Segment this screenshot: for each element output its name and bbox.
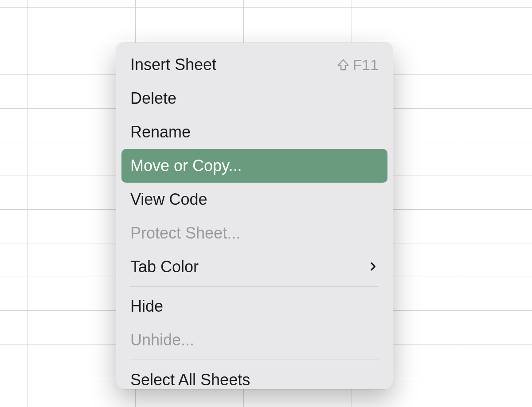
menu-move-or-copy[interactable]: Move or Copy... — [121, 149, 387, 183]
menu-item-label: Delete — [130, 89, 176, 108]
menu-item-label: Unhide... — [130, 331, 194, 349]
menu-item-label: Move or Copy... — [130, 157, 242, 175]
sheet-context-menu: Insert Sheet F11 Delete Rename Move or C… — [116, 43, 393, 389]
menu-item-label: Tab Color — [130, 258, 199, 276]
menu-item-label: Select All Sheets — [130, 371, 250, 389]
menu-item-label: Rename — [130, 123, 191, 141]
menu-item-label: Protect Sheet... — [130, 224, 240, 243]
menu-view-code[interactable]: View Code — [116, 183, 393, 216]
menu-item-label: View Code — [130, 190, 207, 209]
shift-key-icon — [336, 58, 350, 71]
menu-delete[interactable]: Delete — [116, 82, 393, 115]
menu-unhide: Unhide... — [116, 323, 393, 357]
menu-insert-sheet[interactable]: Insert Sheet F11 — [116, 48, 393, 82]
menu-item-label: Hide — [130, 297, 163, 316]
shortcut-label: F11 — [336, 56, 379, 74]
menu-rename[interactable]: Rename — [116, 115, 393, 149]
menu-separator — [130, 286, 379, 287]
menu-select-all-sheets[interactable]: Select All Sheets — [116, 363, 393, 389]
menu-protect-sheet: Protect Sheet... — [116, 216, 393, 250]
menu-tab-color[interactable]: Tab Color — [116, 250, 393, 284]
chevron-right-icon — [367, 258, 379, 276]
menu-item-label: Insert Sheet — [130, 55, 216, 74]
menu-hide[interactable]: Hide — [116, 290, 393, 323]
menu-separator — [130, 360, 379, 360]
shortcut-text: F11 — [352, 56, 379, 74]
